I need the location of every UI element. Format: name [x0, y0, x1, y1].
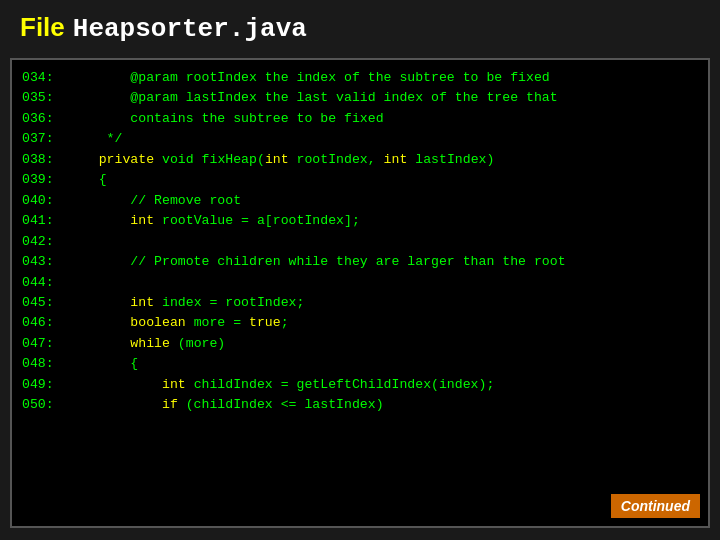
code-container: 034: @param rootIndex the index of the s…: [10, 58, 710, 528]
code-044: [67, 273, 698, 293]
code-line-045: 045: int index = rootIndex;: [22, 293, 698, 313]
code-045: int index = rootIndex;: [67, 293, 698, 313]
line-num-038: 038:: [22, 150, 67, 170]
page-header: File Heapsorter.java: [0, 0, 720, 54]
line-num-044: 044:: [22, 273, 67, 293]
line-num-046: 046:: [22, 313, 67, 333]
code-line-044: 044:: [22, 273, 698, 293]
code-line-039: 039: {: [22, 170, 698, 190]
code-line-047: 047: while (more): [22, 334, 698, 354]
line-num-040: 040:: [22, 191, 67, 211]
code-040: // Remove root: [67, 191, 698, 211]
line-num-050: 050:: [22, 395, 67, 415]
code-037: */: [67, 129, 698, 149]
code-048: {: [67, 354, 698, 374]
line-num-036: 036:: [22, 109, 67, 129]
code-036: contains the subtree to be fixed: [67, 109, 698, 129]
code-line-046: 046: boolean more = true;: [22, 313, 698, 333]
code-042: [67, 232, 698, 252]
line-num-043: 043:: [22, 252, 67, 272]
code-line-040: 040: // Remove root: [22, 191, 698, 211]
code-line-037: 037: */: [22, 129, 698, 149]
code-line-038: 038: private void fixHeap(int rootIndex,…: [22, 150, 698, 170]
line-num-035: 035:: [22, 88, 67, 108]
line-num-048: 048:: [22, 354, 67, 374]
code-046: boolean more = true;: [67, 313, 698, 333]
continued-badge: Continued: [611, 494, 700, 518]
code-line-043: 043: // Promote children while they are …: [22, 252, 698, 272]
code-043: // Promote children while they are large…: [67, 252, 698, 272]
line-num-034: 034:: [22, 68, 67, 88]
line-num-037: 037:: [22, 129, 67, 149]
code-035: @param lastIndex the last valid index of…: [67, 88, 698, 108]
line-num-042: 042:: [22, 232, 67, 252]
code-line-041: 041: int rootValue = a[rootIndex];: [22, 211, 698, 231]
code-034: @param rootIndex the index of the subtre…: [67, 68, 698, 88]
line-num-045: 045:: [22, 293, 67, 313]
code-line-048: 048: {: [22, 354, 698, 374]
code-049: int childIndex = getLeftChildIndex(index…: [67, 375, 698, 395]
filename: Heapsorter.java: [73, 14, 307, 44]
code-line-034: 034: @param rootIndex the index of the s…: [22, 68, 698, 88]
code-line-042: 042:: [22, 232, 698, 252]
code-039: {: [67, 170, 698, 190]
line-num-041: 041:: [22, 211, 67, 231]
line-num-047: 047:: [22, 334, 67, 354]
line-num-049: 049:: [22, 375, 67, 395]
code-038: private void fixHeap(int rootIndex, int …: [67, 150, 698, 170]
code-line-036: 036: contains the subtree to be fixed: [22, 109, 698, 129]
code-047: while (more): [67, 334, 698, 354]
code-line-050: 050: if (childIndex <= lastIndex): [22, 395, 698, 415]
code-041: int rootValue = a[rootIndex];: [67, 211, 698, 231]
code-050: if (childIndex <= lastIndex): [67, 395, 698, 415]
file-label: File: [20, 12, 65, 43]
line-num-039: 039:: [22, 170, 67, 190]
code-line-035: 035: @param lastIndex the last valid ind…: [22, 88, 698, 108]
code-line-049: 049: int childIndex = getLeftChildIndex(…: [22, 375, 698, 395]
